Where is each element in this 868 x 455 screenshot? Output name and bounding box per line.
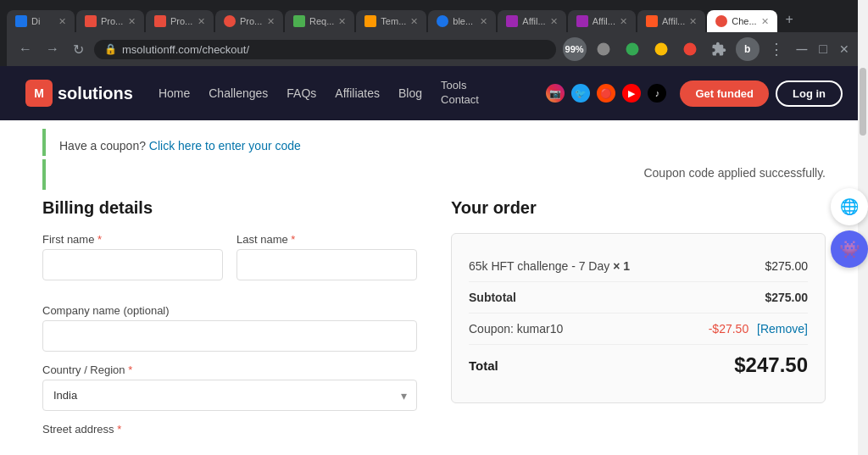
discord-icon: 👾 [839, 239, 860, 259]
order-coupon-value: -$27.50 [Remove] [709, 322, 808, 336]
country-required: * [128, 363, 132, 376]
tab-close-affil2[interactable]: ✕ [620, 16, 627, 27]
first-name-label: First name * [42, 233, 223, 246]
nav-faqs[interactable]: FAQs [287, 86, 316, 100]
svg-point-1 [626, 43, 638, 56]
lock-icon: 🔒 [104, 43, 117, 55]
country-label: Country / Region * [42, 363, 417, 376]
nav-home[interactable]: Home [159, 86, 190, 100]
site-logo[interactable]: M solutions [25, 80, 133, 107]
country-select[interactable]: India [42, 380, 417, 411]
tab-req[interactable]: Req... ✕ [285, 10, 354, 32]
name-row: First name * Last name * [42, 233, 417, 292]
tab-pro1[interactable]: Pro... ✕ [76, 10, 144, 32]
discord-button[interactable]: 👾 [831, 230, 868, 268]
tab-pro3[interactable]: Pro... ✕ [215, 10, 283, 32]
extension-icon-4[interactable] [649, 37, 673, 61]
order-title: Your order [451, 198, 826, 218]
street-group: Street address * [42, 423, 417, 436]
tab-close-di[interactable]: ✕ [58, 16, 66, 27]
logo-icon: M [25, 80, 53, 107]
translate-button[interactable]: 🌐 [831, 188, 868, 225]
browser-toolbar: ← → ↻ 🔒 msolutionff.com/checkout/ 99% [7, 32, 861, 66]
coupon-success-text: Coupon code applied successfully. [643, 166, 826, 180]
nav-affiliates[interactable]: Affiliates [335, 86, 380, 100]
more-options-button[interactable]: ⋮ [765, 37, 788, 61]
coupon-remove-link[interactable]: [Remove] [757, 322, 808, 336]
click-here-link[interactable]: Click here to enter your code [149, 139, 301, 153]
youtube-icon[interactable]: ▶ [622, 84, 641, 103]
browser-chrome: Di ✕ Pro... ✕ Pro... ✕ Pro... ✕ Req... ✕… [0, 0, 868, 66]
extension-icon-2[interactable] [592, 37, 615, 61]
address-text: msolutionff.com/checkout/ [122, 43, 249, 56]
close-button[interactable]: ✕ [836, 41, 853, 58]
tab-affil2[interactable]: Affil... ✕ [568, 10, 636, 32]
tab-close-tem[interactable]: ✕ [410, 16, 418, 27]
tab-close-affil1[interactable]: ✕ [550, 16, 558, 27]
last-name-input[interactable] [236, 249, 417, 280]
extension-icon-5[interactable] [678, 37, 702, 61]
order-total-row: Total $247.50 [469, 345, 808, 386]
tab-close-che[interactable]: ✕ [761, 16, 769, 27]
minimize-button[interactable]: ─ [793, 39, 811, 60]
order-total-label: Total [469, 358, 498, 373]
order-coupon-label: Coupon: kumar10 [469, 322, 563, 336]
tab-close-pro3[interactable]: ✕ [267, 16, 275, 27]
logo-text: solutions [58, 84, 133, 103]
company-input[interactable] [42, 320, 417, 352]
nav-blog[interactable]: Blog [398, 86, 422, 100]
nav-tools-contact[interactable]: Tools Contact [441, 79, 479, 108]
social-icons: 📷 🐦 🔴 ▶ ♪ [546, 84, 666, 103]
nav-tools: Tools [441, 79, 479, 93]
instagram-icon[interactable]: 📷 [546, 84, 565, 103]
tab-close-affil3[interactable]: ✕ [689, 16, 697, 27]
tab-affil3[interactable]: Affil... ✕ [637, 10, 705, 32]
extensions-button[interactable] [707, 37, 731, 61]
tab-che[interactable]: Che... ✕ [707, 10, 776, 32]
street-label: Street address * [42, 423, 417, 436]
first-name-input[interactable] [42, 249, 223, 280]
coupon-banner: Have a coupon? Click here to enter your … [42, 129, 826, 156]
country-group: Country / Region * India [42, 363, 417, 411]
extension-icon-3[interactable] [620, 37, 644, 61]
tab-di[interactable]: Di ✕ [7, 10, 75, 32]
svg-point-2 [654, 43, 667, 56]
profile-button[interactable]: b [736, 37, 760, 61]
login-button[interactable]: Log in [776, 80, 843, 107]
tab-pro2[interactable]: Pro... ✕ [146, 10, 214, 32]
page-content: M solutions Home Challenges FAQs Affilia… [0, 66, 868, 455]
country-select-wrapper: India [42, 380, 417, 411]
order-product-row: 65k HFT challenge - 7 Day × 1 $275.00 [469, 251, 808, 282]
billing-title: Billing details [42, 198, 417, 218]
tab-ble[interactable]: ble... ✕ [428, 10, 496, 32]
tab-close-pro2[interactable]: ✕ [198, 16, 205, 27]
billing-section: Billing details First name * Last name * [42, 198, 417, 447]
nav-contact: Contact [441, 93, 479, 108]
company-label: Company name (optional) [42, 304, 417, 317]
tab-tem[interactable]: Tem... ✕ [356, 10, 426, 32]
tab-close-ble[interactable]: ✕ [480, 16, 487, 27]
last-name-group: Last name * [236, 233, 417, 280]
refresh-button[interactable]: ↻ [70, 40, 87, 59]
scrollbar-thumb[interactable] [860, 68, 866, 136]
order-subtotal-row: Subtotal $275.00 [469, 282, 808, 314]
site-nav: M solutions Home Challenges FAQs Affilia… [0, 66, 868, 120]
extension-icon-1[interactable]: 99% [563, 37, 587, 61]
back-button[interactable]: ← [15, 40, 36, 58]
order-product-price: $275.00 [765, 259, 808, 273]
new-tab-button[interactable]: + [779, 7, 800, 32]
nav-challenges[interactable]: Challenges [209, 86, 268, 100]
maximize-button[interactable]: □ [815, 40, 831, 58]
tab-close-req[interactable]: ✕ [338, 16, 346, 27]
reddit-icon[interactable]: 🔴 [597, 84, 615, 103]
address-bar[interactable]: 🔒 msolutionff.com/checkout/ [94, 40, 556, 59]
get-funded-button[interactable]: Get funded [680, 80, 769, 107]
tab-affil1[interactable]: Affil... ✕ [498, 10, 565, 32]
main-content: Have a coupon? Click here to enter your … [0, 120, 868, 455]
forward-button[interactable]: → [42, 40, 63, 58]
checkout-grid: Billing details First name * Last name * [42, 198, 826, 447]
order-box: 65k HFT challenge - 7 Day × 1 $275.00 Su… [451, 233, 826, 403]
tiktok-icon[interactable]: ♪ [648, 84, 666, 103]
twitter-icon[interactable]: 🐦 [571, 84, 590, 103]
tab-close-pro1[interactable]: ✕ [128, 16, 136, 27]
